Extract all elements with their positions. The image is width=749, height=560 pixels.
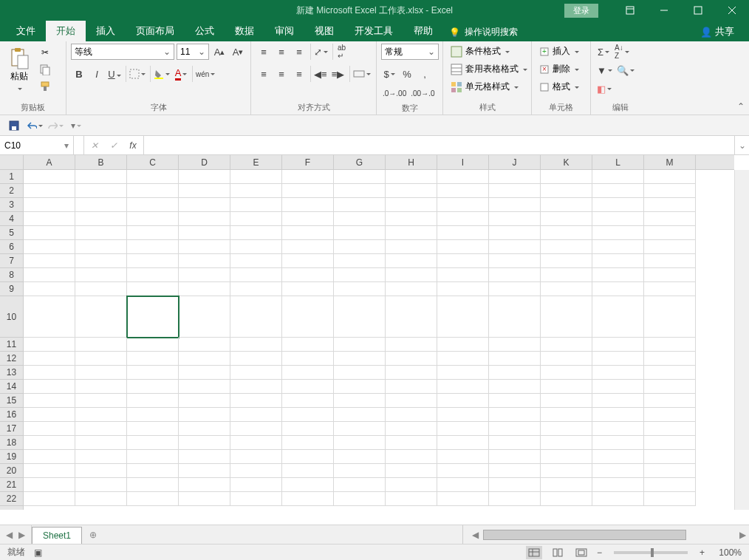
sheet-tab[interactable]: Sheet1 [32, 527, 82, 544]
cell[interactable] [127, 380, 179, 394]
cell[interactable] [592, 184, 644, 198]
cell[interactable] [386, 282, 437, 296]
cell[interactable] [489, 198, 541, 212]
cell[interactable] [437, 296, 489, 338]
cell[interactable] [230, 212, 282, 226]
cell[interactable] [334, 394, 386, 408]
page-layout-view-button[interactable] [550, 546, 566, 559]
cell[interactable] [489, 408, 541, 422]
cell[interactable] [179, 352, 230, 366]
cell[interactable] [179, 464, 230, 478]
row-header[interactable]: 16 [0, 408, 23, 422]
cell[interactable] [489, 352, 541, 366]
cell[interactable] [179, 422, 230, 436]
cell[interactable] [489, 268, 541, 282]
cell[interactable] [644, 282, 696, 296]
decrease-indent-button[interactable]: ◀≡ [310, 66, 329, 82]
cell[interactable] [437, 380, 489, 394]
cell[interactable] [75, 184, 127, 198]
find-button[interactable]: 🔍 [615, 62, 636, 78]
login-button[interactable]: 登录 [564, 4, 598, 18]
cell[interactable] [386, 226, 437, 240]
cell[interactable] [24, 492, 75, 506]
cell[interactable] [541, 226, 592, 240]
cell[interactable] [282, 380, 334, 394]
cell[interactable] [179, 184, 230, 198]
cell[interactable] [386, 422, 437, 436]
cell[interactable] [541, 268, 592, 282]
cell[interactable] [437, 170, 489, 184]
row-header[interactable]: 9 [0, 282, 23, 296]
cell[interactable] [24, 268, 75, 282]
cell[interactable] [75, 268, 127, 282]
expand-formula-bar-button[interactable]: ⌄ [734, 136, 749, 154]
cell[interactable] [127, 212, 179, 226]
cell[interactable] [230, 338, 282, 352]
cell[interactable] [230, 478, 282, 492]
align-left-button[interactable]: ≡ [256, 66, 272, 82]
cell[interactable] [386, 436, 437, 450]
cell[interactable] [592, 226, 644, 240]
cell[interactable] [541, 254, 592, 268]
cell[interactable] [282, 198, 334, 212]
cell[interactable] [334, 450, 386, 464]
cell[interactable] [127, 352, 179, 366]
cell[interactable] [282, 254, 334, 268]
cell[interactable] [230, 352, 282, 366]
cell[interactable] [75, 380, 127, 394]
align-center-button[interactable]: ≡ [273, 66, 290, 82]
accounting-format-button[interactable]: $ [381, 66, 397, 82]
autosum-button[interactable]: Σ [595, 44, 612, 60]
cells-area[interactable] [24, 170, 734, 510]
cell[interactable] [24, 408, 75, 422]
cell[interactable] [437, 268, 489, 282]
cell[interactable] [179, 436, 230, 450]
row-header[interactable]: 17 [0, 422, 23, 436]
cell[interactable] [282, 394, 334, 408]
cell[interactable] [592, 380, 644, 394]
cell[interactable] [644, 436, 696, 450]
wrap-text-button[interactable]: ab↵ [332, 44, 349, 60]
cell[interactable] [334, 366, 386, 380]
cell[interactable] [24, 198, 75, 212]
cell[interactable] [127, 450, 179, 464]
insert-function-button[interactable]: fx [126, 138, 140, 153]
cell[interactable] [179, 254, 230, 268]
cell[interactable] [282, 226, 334, 240]
cell[interactable] [489, 422, 541, 436]
cell[interactable] [489, 450, 541, 464]
sheet-nav-prev-icon[interactable]: ◀ [6, 530, 13, 540]
cell[interactable] [541, 352, 592, 366]
row-header[interactable]: 21 [0, 478, 23, 492]
cell[interactable] [437, 436, 489, 450]
cell[interactable] [127, 282, 179, 296]
cell[interactable] [437, 226, 489, 240]
tab-developer[interactable]: 开发工具 [344, 21, 403, 41]
cell[interactable] [644, 226, 696, 240]
row-header[interactable]: 12 [0, 352, 23, 366]
cell[interactable] [75, 422, 127, 436]
cell[interactable] [592, 296, 644, 338]
cell[interactable] [644, 212, 696, 226]
cell[interactable] [282, 422, 334, 436]
cell[interactable] [179, 450, 230, 464]
cell[interactable] [179, 492, 230, 506]
cell[interactable] [541, 422, 592, 436]
format-table-button[interactable]: 套用表格格式 [448, 61, 530, 77]
cell[interactable] [644, 478, 696, 492]
align-right-button[interactable]: ≡ [291, 66, 307, 82]
align-top-button[interactable]: ≡ [256, 44, 272, 60]
cell[interactable] [592, 352, 644, 366]
row-header[interactable]: 1 [0, 170, 23, 184]
cell[interactable] [592, 170, 644, 184]
percent-button[interactable]: % [399, 66, 415, 82]
cell[interactable] [127, 226, 179, 240]
cell[interactable] [644, 184, 696, 198]
insert-cells-button[interactable]: +插入 [536, 44, 582, 59]
cell[interactable] [386, 198, 437, 212]
normal-view-button[interactable] [526, 546, 542, 559]
cell[interactable] [386, 464, 437, 478]
cell[interactable] [592, 240, 644, 254]
merge-button[interactable] [349, 66, 372, 82]
fill-color-button[interactable] [150, 66, 171, 82]
